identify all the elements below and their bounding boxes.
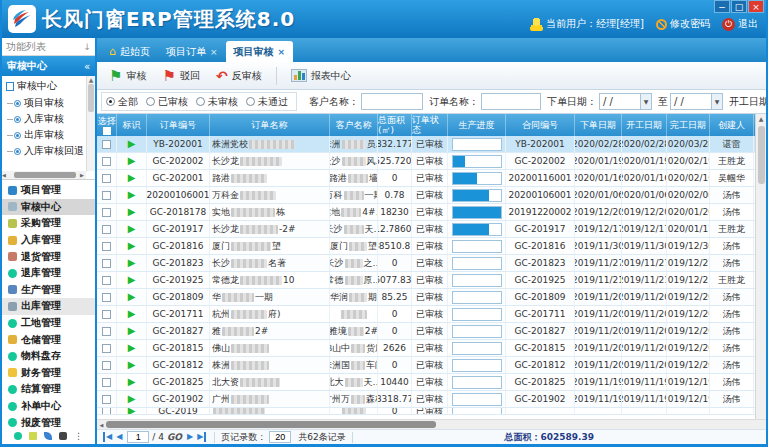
chevron-down-icon[interactable]: ▼ <box>711 94 722 109</box>
row-checkbox[interactable] <box>102 191 111 200</box>
sidebar-item-inbound[interactable]: 入库管理 <box>2 232 95 249</box>
sidebar-item-scrap[interactable]: 报废管理 <box>2 414 95 428</box>
close-tab-icon[interactable]: × <box>278 47 286 57</box>
row-checkbox[interactable] <box>102 140 111 149</box>
column-header-1[interactable]: 标识 <box>117 114 147 136</box>
order-date-to-picker[interactable]: / / ▼ <box>670 93 723 110</box>
column-header-7[interactable]: 生产进度 <box>448 114 506 136</box>
column-header-11[interactable]: 完工日期 <box>667 114 710 136</box>
select-all-checkbox[interactable] <box>103 127 111 135</box>
row-checkbox[interactable] <box>102 208 111 217</box>
table-row[interactable]: ▶20200106001万科金万科一期0.78已审核20200106001202… <box>97 187 755 204</box>
tab-0[interactable]: ⌂ 起始页 <box>101 41 158 62</box>
logout-link[interactable]: ⏻ 退出 <box>722 17 758 31</box>
radio-2[interactable]: 未审核 <box>196 95 238 109</box>
column-header-10[interactable]: 开工日期 <box>622 114 667 136</box>
table-row[interactable]: ▶GC-201816厦门望厦门望188510.818已审核GC-20181620… <box>97 238 755 255</box>
tree-item-2[interactable]: 出库审核 <box>6 127 85 143</box>
dot-icon[interactable] <box>14 432 22 440</box>
table-row[interactable]: ▶GC-201809华一期华润期85.25已审核GC-2018092019/11… <box>97 289 755 306</box>
row-checkbox[interactable] <box>102 361 111 370</box>
sidebar-item-settlement[interactable]: 结算管理 <box>2 381 95 398</box>
sidebar-item-inventory[interactable]: 物料盘存 <box>2 348 95 365</box>
person-icon[interactable] <box>59 432 67 440</box>
table-row[interactable]: ▶GC-201815佛山佛山中货库2626已审核GC-2018152019/11… <box>97 340 755 357</box>
toolbar-button-3[interactable]: 报表中心 <box>285 67 357 85</box>
row-checkbox[interactable] <box>102 408 111 414</box>
table-row[interactable]: ▶GC-202002长沙龙长沙风…65525.7200…已审核GC-202002… <box>97 153 755 170</box>
column-header-6[interactable]: 订单状态 <box>412 114 448 136</box>
radio-1[interactable]: 已审核 <box>146 95 188 109</box>
tree-vertical-scrollbar[interactable]: ▲ <box>86 76 95 171</box>
table-horizontal-scrollbar[interactable]: ◀ <box>97 419 766 429</box>
table-row[interactable]: ▶GC-20190已审核 <box>97 408 755 415</box>
customer-name-input[interactable] <box>361 93 423 110</box>
toolbar-button-0[interactable]: ⚑审核 <box>103 67 152 85</box>
tree-root-item[interactable]: 审核中心 <box>6 79 85 93</box>
row-checkbox[interactable] <box>102 225 111 234</box>
tree-item-0[interactable]: 项目审核 <box>6 95 85 111</box>
minimize-button[interactable]: − <box>714 0 730 13</box>
maximize-button[interactable]: □ <box>731 0 747 13</box>
prev-page-button[interactable]: ◀ <box>116 432 122 442</box>
scroll-left-icon[interactable]: ◀ <box>97 422 106 428</box>
column-header-2[interactable]: 订单编号 <box>147 114 210 136</box>
order-date-from-picker[interactable]: / / ▼ <box>599 93 652 110</box>
sidebar-item-site[interactable]: 工地管理 <box>2 315 95 332</box>
toolbar-button-1[interactable]: ⚑驳回 <box>156 67 205 85</box>
table-row[interactable]: ▶GC-2018178实地栋实地4#…18230已审核2019122000220… <box>97 204 755 221</box>
sidebar-item-warehouse[interactable]: 仓储管理 <box>2 331 95 348</box>
tree-item-1[interactable]: 入库审核 <box>6 111 85 127</box>
collapse-icon[interactable]: « <box>84 61 90 72</box>
scrollbar-thumb[interactable] <box>758 126 765 184</box>
row-checkbox[interactable] <box>102 395 111 404</box>
table-row[interactable]: ▶GC-201902广州广州万森林13318.775已审核GC-20190220… <box>97 391 755 408</box>
next-page-button[interactable]: ▶ <box>187 432 193 442</box>
row-checkbox[interactable] <box>102 378 111 387</box>
table-row[interactable]: ▶GC-201823长沙名著长沙之…0已审核GC-2018232019/11/2… <box>97 255 755 272</box>
radio-0[interactable]: 全部 <box>106 95 138 109</box>
close-tab-icon[interactable]: × <box>210 47 218 57</box>
sidebar-item-finance[interactable]: 财务管理 <box>2 365 95 382</box>
sidebar-item-production[interactable]: 生产管理 <box>2 282 95 299</box>
first-page-button[interactable]: ◀ <box>103 432 112 442</box>
column-header-12[interactable]: 创建人 <box>710 114 754 136</box>
column-header-0[interactable]: 选择 <box>97 114 117 136</box>
tree-horizontal-scrollbar[interactable]: ◀▶ <box>2 171 86 179</box>
scroll-up-icon[interactable]: ▲ <box>759 114 764 124</box>
table-row[interactable]: ▶GC-201925常德龙10常德原…266077.835…已审核GC-2019… <box>97 272 755 289</box>
sidebar-item-audit[interactable]: 审核中心 <box>2 199 95 216</box>
more-icon[interactable]: ⋮ <box>74 432 83 440</box>
sidebar-item-project[interactable]: 项目管理 <box>2 182 95 199</box>
table-row[interactable]: ▶GC-201711杭州府)0已审核GC-2017112019/11/20201… <box>97 306 755 323</box>
order-name-input[interactable] <box>481 93 541 110</box>
page-size-input[interactable] <box>269 431 291 443</box>
column-header-9[interactable]: 下单日期 <box>575 114 622 136</box>
tab-2[interactable]: 项目审核 × <box>226 41 294 62</box>
row-checkbox[interactable] <box>102 242 111 251</box>
table-row[interactable]: ▶GC-201827雅2#雅境2#0已审核GC-2018272019/11/20… <box>97 323 755 340</box>
row-checkbox[interactable] <box>102 327 111 336</box>
sidebar-item-return-store[interactable]: 退库管理 <box>2 265 95 282</box>
row-checkbox[interactable] <box>102 276 111 285</box>
scrollbar-thumb[interactable] <box>106 421 436 428</box>
table-row[interactable]: ▶YB-202001株洲党校株洲员…832.177已审核YB-202001202… <box>97 136 755 153</box>
go-button[interactable]: GO <box>167 432 182 442</box>
close-button[interactable]: × <box>748 0 764 13</box>
column-header-4[interactable]: 客户名称 <box>330 114 378 136</box>
row-checkbox[interactable] <box>102 157 111 166</box>
sidebar-item-purchase[interactable]: 采购管理 <box>2 215 95 232</box>
pin-icon[interactable]: ↓ <box>83 42 91 52</box>
table-row[interactable]: ▶GC-201825北大资北大天…10440已审核GC-2018252019/1… <box>97 374 755 391</box>
row-checkbox[interactable] <box>102 174 111 183</box>
chevron-down-icon[interactable]: ▼ <box>640 94 651 109</box>
row-checkbox[interactable] <box>102 293 111 302</box>
column-header-8[interactable]: 合同编号 <box>506 114 575 136</box>
sidebar-item-outbound[interactable]: 出库管理 <box>2 298 95 315</box>
column-header-5[interactable]: 总面积(㎡) <box>378 114 412 136</box>
page-number-input[interactable] <box>127 431 149 443</box>
column-header-3[interactable]: 订单名称 <box>210 114 330 136</box>
cart-icon[interactable] <box>29 432 37 440</box>
toolbar-button-2[interactable]: ↶反审核 <box>210 67 268 85</box>
table-row[interactable]: ▶GC-201812株洲株洲国车间0已审核GC-2018122019/11/20… <box>97 357 755 374</box>
